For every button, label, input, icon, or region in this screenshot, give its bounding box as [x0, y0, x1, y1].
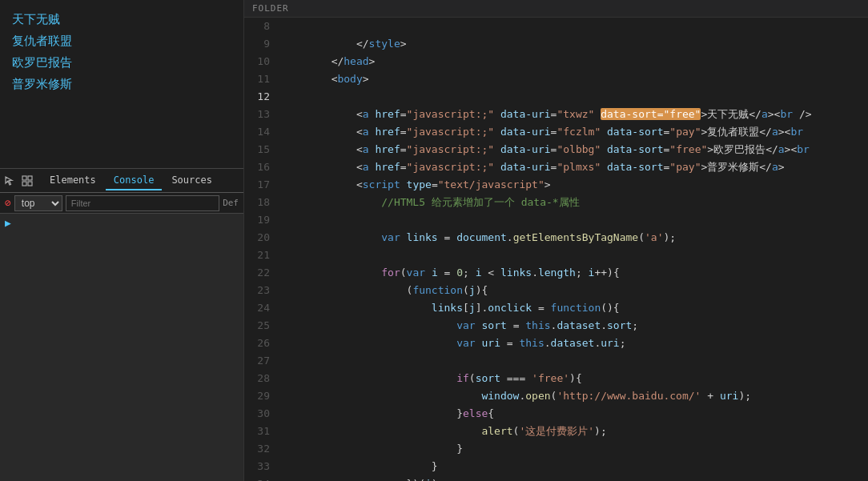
svg-rect-2 [22, 182, 26, 186]
link-olbbg[interactable]: 欧罗巴报告 [12, 51, 231, 73]
tab-elements[interactable]: Elements [42, 171, 104, 190]
ln-14: 14 [251, 123, 270, 141]
link-plmxs[interactable]: 普罗米修斯 [12, 73, 231, 94]
code-lines: </style> </head> <body> <a href="javascr… [276, 18, 868, 481]
ln-18: 18 [251, 194, 270, 211]
context-selector[interactable]: top [14, 195, 62, 211]
ln-20: 20 [251, 229, 270, 247]
ln-19: 19 [251, 211, 270, 229]
no-entry-icon[interactable]: ⊘ [5, 197, 11, 209]
ln-9: 9 [251, 35, 270, 53]
left-panel: 天下无贼 复仇者联盟 欧罗巴报告 普罗米修斯 [0, 0, 244, 481]
inspect-icon[interactable] [21, 174, 34, 187]
line-numbers: 8 9 10 11 12 13 14 15 16 17 18 19 20 21 … [244, 18, 276, 481]
ln-33: 33 [251, 458, 270, 475]
code-line-12: <a href="javascript:;" data-uri="txwz" d… [281, 88, 868, 106]
folder-bar: FOLDER [244, 0, 868, 18]
svg-rect-0 [22, 176, 26, 180]
link-txwz[interactable]: 天下无贼 [12, 8, 231, 30]
devtools-tab-bar: Elements Console Sources [0, 169, 243, 193]
svg-rect-1 [28, 176, 32, 180]
ln-17: 17 [251, 176, 270, 194]
ln-24: 24 [251, 299, 270, 317]
code-panel: FOLDER 8 9 10 11 12 13 14 15 16 17 18 19… [244, 0, 868, 481]
ln-21: 21 [251, 247, 270, 264]
ln-31: 31 [251, 423, 270, 440]
tab-console[interactable]: Console [106, 171, 163, 190]
ln-32: 32 [251, 440, 270, 458]
ln-27: 27 [251, 352, 270, 370]
devtools-panel: Elements Console Sources ⊘ top Def ▶ [0, 169, 243, 481]
ln-29: 29 [251, 387, 270, 405]
ln-26: 26 [251, 335, 270, 352]
ln-13: 13 [251, 106, 270, 123]
ln-16: 16 [251, 158, 270, 176]
prompt-arrow-icon: ▶ [5, 217, 11, 229]
preview-area: 天下无贼 复仇者联盟 欧罗巴报告 普罗米修斯 [0, 0, 243, 169]
console-prompt-area: ▶ [0, 214, 243, 232]
ln-15: 15 [251, 141, 270, 158]
ln-28: 28 [251, 370, 270, 387]
ln-25: 25 [251, 317, 270, 335]
ln-34: 34 [251, 475, 270, 481]
ln-11: 11 [251, 70, 270, 88]
ln-23: 23 [251, 282, 270, 299]
folder-label: FOLDER [252, 3, 289, 14]
code-line-27: if(sort === 'free'){ [281, 352, 868, 370]
code-line-19: var links = document.getElementsByTagNam… [281, 211, 868, 229]
ln-8: 8 [251, 18, 270, 35]
console-toolbar: ⊘ top Def [0, 193, 243, 214]
code-line-11 [281, 70, 868, 88]
svg-rect-3 [28, 182, 32, 186]
filter-input[interactable] [66, 195, 219, 211]
ln-12: 12 [251, 88, 270, 106]
link-fczlm[interactable]: 复仇者联盟 [12, 30, 231, 51]
default-levels-label: Def [223, 198, 239, 208]
ln-30: 30 [251, 405, 270, 423]
ln-22: 22 [251, 264, 270, 282]
tab-sources[interactable]: Sources [163, 171, 220, 190]
cursor-icon[interactable] [3, 174, 16, 187]
devtools-icons [3, 174, 34, 187]
code-line-8: </style> [281, 18, 868, 35]
code-line-21: for(var i = 0; i < links.length; i++){ [281, 247, 868, 264]
ln-10: 10 [251, 53, 270, 70]
code-area[interactable]: 8 9 10 11 12 13 14 15 16 17 18 19 20 21 … [244, 18, 868, 481]
